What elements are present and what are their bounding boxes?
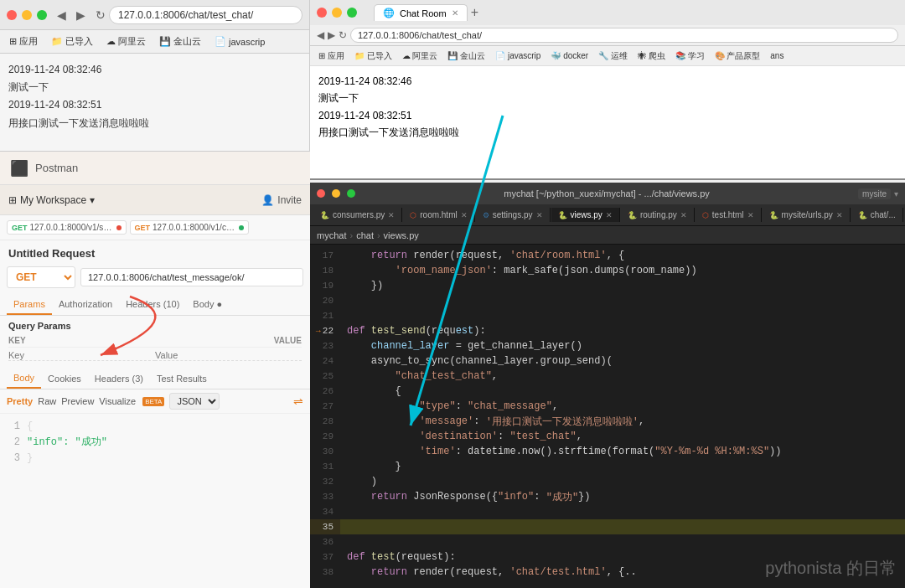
url-input[interactable]: [80, 268, 303, 286]
close-tab-views[interactable]: ✕: [606, 211, 613, 219]
invite-button[interactable]: 👤 Invite: [261, 194, 302, 206]
close-tab-mysite[interactable]: ✕: [836, 211, 843, 219]
bk-js-r[interactable]: 📄 javascrip: [492, 50, 544, 61]
bookmark-imported[interactable]: 📁 已导入: [47, 34, 97, 49]
mysite-dropdown[interactable]: ▾: [894, 189, 898, 199]
new-tab-button[interactable]: +: [471, 5, 478, 20]
tab-params[interactable]: Params: [7, 295, 52, 315]
bk-jinshan-r[interactable]: 💾 金山云: [444, 49, 489, 63]
code-response: 1 { 2 "info": "成功" 3 }: [0, 414, 310, 472]
ide-minimize[interactable]: [332, 189, 340, 198]
history-item-2[interactable]: GET 127.0.0.1:8000/v1/company/m...: [130, 220, 250, 235]
code-row-38: return render(request, 'chat/test.html',…: [340, 565, 905, 580]
visualize-btn[interactable]: Visualize: [99, 396, 136, 406]
method-badge-1: GET: [12, 224, 28, 232]
invite-label: Invite: [277, 194, 302, 206]
maximize-button-left[interactable]: [37, 10, 47, 20]
raw-btn[interactable]: Raw: [38, 396, 56, 406]
bk-imported-r[interactable]: 📁 已导入: [351, 49, 396, 63]
nav-refresh-left[interactable]: ↻: [92, 7, 109, 23]
close-tab-consumers[interactable]: ✕: [388, 211, 395, 219]
bk-ops-r[interactable]: 🔧 运维: [595, 49, 631, 63]
history-item-1[interactable]: GET 127.0.0.1:8000/v1/small_index...: [7, 220, 127, 235]
wrap-icon[interactable]: ⇌: [293, 395, 303, 408]
close-tab-testhtml[interactable]: ✕: [747, 211, 754, 219]
close-button-right[interactable]: [317, 8, 327, 18]
bookmark-jinshan[interactable]: 💾 金山云: [155, 34, 205, 49]
resp-tab-cookies[interactable]: Cookies: [41, 369, 88, 388]
resp-tab-body[interactable]: Body: [7, 369, 41, 389]
preview-btn[interactable]: Preview: [61, 396, 94, 406]
traffic-lights-right: [317, 8, 357, 18]
chevron-down-icon: ▾: [90, 194, 95, 206]
bookmark-aliyun[interactable]: ☁ 阿里云: [102, 34, 150, 49]
nav-forward-left[interactable]: ▶: [73, 7, 89, 23]
code-lines: return render(request, 'chat/room.html',…: [340, 245, 905, 587]
close-button-left[interactable]: [7, 10, 17, 20]
nav-refresh-right[interactable]: ↻: [339, 29, 347, 41]
bk-proto-r[interactable]: 🎨 产品原型: [711, 49, 764, 63]
tab-label-mysite: mysite/urls.py: [782, 210, 833, 219]
nav-forward-right[interactable]: ▶: [328, 29, 335, 41]
workspace-button[interactable]: ⊞ My Workspace ▾: [8, 194, 95, 206]
format-select[interactable]: JSON XML HTML Text: [169, 393, 220, 410]
beta-badge: BETA: [142, 397, 164, 406]
html-icon-room: ⬡: [410, 211, 416, 219]
bookmark-javascript[interactable]: 📄 javascrip: [210, 34, 269, 49]
ide-tab-settings[interactable]: ⚙ settings.py ✕: [476, 208, 551, 222]
minimize-button-right[interactable]: [332, 8, 342, 18]
tab-authorization[interactable]: Authorization: [52, 295, 119, 315]
close-tab-routing[interactable]: ✕: [680, 211, 687, 219]
tab-body[interactable]: Body ●: [186, 295, 229, 315]
col-key-label: KEY: [8, 336, 155, 345]
bk-learn-r[interactable]: 📚 学习: [672, 49, 708, 63]
resp-tab-test[interactable]: Test Results: [150, 369, 214, 388]
arrow-indicator: →: [316, 327, 321, 336]
ide-maximize[interactable]: [347, 189, 355, 198]
close-tab-icon[interactable]: ✕: [452, 8, 458, 18]
ide-tab-testhtml[interactable]: ⬡ test.html ✕: [696, 208, 762, 222]
ide-tab-consumers[interactable]: 🐍 consumers.py ✕: [313, 208, 402, 222]
pretty-btn[interactable]: Pretty: [7, 396, 33, 406]
nav-back-left[interactable]: ◀: [54, 7, 70, 23]
browser-titlebar-left: ◀ ▶ ↻ 127.0.0.1:8006/chat/test_chat/: [0, 0, 309, 30]
ide-tab-routing[interactable]: 🐍 routing.py ✕: [621, 208, 695, 222]
maximize-button-right[interactable]: [347, 8, 357, 18]
address-bar-right[interactable]: 127.0.0.1:8006/chat/test_chat/: [350, 28, 898, 43]
param-val-input[interactable]: [155, 350, 302, 361]
minimize-button-left[interactable]: [22, 10, 32, 20]
close-tab-settings[interactable]: ✕: [536, 211, 543, 219]
ide-tab-mysite-urls[interactable]: 🐍 mysite/urls.py ✕: [763, 208, 851, 222]
address-bar-left[interactable]: 127.0.0.1:8006/chat/test_chat/: [109, 6, 303, 24]
ide-tab-views[interactable]: 🐍 views.py ✕: [551, 208, 620, 222]
code-editor: 17 18 19 20 21 → 22 23 24 25 26 27 28 29…: [310, 245, 905, 587]
tab-headers[interactable]: Headers (10): [119, 295, 186, 315]
bk-spider-r[interactable]: 🕷 爬虫: [634, 49, 669, 63]
method-select[interactable]: GET POST PUT DELETE: [7, 266, 75, 288]
mysite-badge[interactable]: mysite: [858, 188, 891, 199]
nav-back-right[interactable]: ◀: [317, 29, 324, 41]
bookmark-apps[interactable]: ⊞ 应用: [5, 34, 42, 49]
tab-label-views: views.py: [571, 210, 602, 219]
ln-30: 30: [310, 444, 340, 459]
chat-content-right: 2019-11-24 08:32:46 测试一下 2019-11-24 08:3…: [310, 66, 905, 148]
code-row-34: [340, 504, 905, 519]
browser-right: 🌐 Chat Room ✕ + ◀ ▶ ↻ 127.0.0.1:8006/cha…: [310, 0, 905, 180]
ide-tab-room[interactable]: ⬡ room.html ✕: [403, 208, 474, 222]
param-key-input[interactable]: [8, 350, 155, 361]
bk-apps-r[interactable]: ⊞ 应用: [315, 49, 348, 63]
bk-docker-r[interactable]: 🐳 docker: [547, 50, 592, 61]
bk-aliyun-r[interactable]: ☁ 阿里云: [399, 49, 442, 63]
bookmarks-bar-right: ⊞ 应用 📁 已导入 ☁ 阿里云 💾 金山云 📄 javascrip 🐳 doc…: [310, 46, 905, 66]
close-tab-room[interactable]: ✕: [461, 211, 468, 219]
bk-ans-r[interactable]: ans: [767, 50, 787, 61]
grid-icon: ⊞: [8, 194, 17, 206]
ln-22: → 22: [310, 323, 340, 338]
code-row-31: }: [340, 459, 905, 474]
ide-close[interactable]: [317, 189, 325, 198]
resp-tab-headers[interactable]: Headers (3): [88, 369, 150, 388]
py-icon-mysite: 🐍: [769, 211, 778, 219]
py-icon-consumers: 🐍: [320, 211, 329, 219]
tab-label-room: room.html: [420, 210, 457, 219]
ide-tab-chat[interactable]: 🐍 chat/...: [851, 208, 903, 222]
